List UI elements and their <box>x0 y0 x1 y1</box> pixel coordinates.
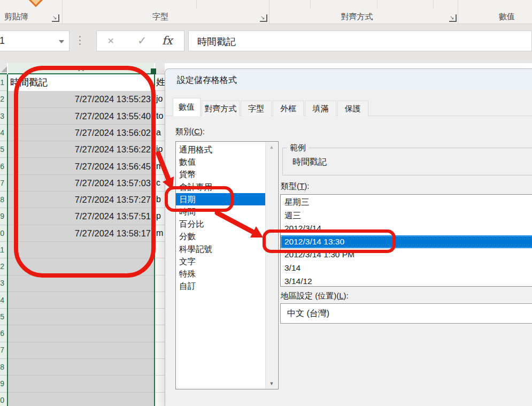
tab-fill[interactable]: 填滿 <box>305 101 336 116</box>
cancel-icon[interactable]: × <box>107 34 114 47</box>
type-item[interactable]: 3/14/12 <box>281 275 532 287</box>
category-item[interactable]: 自訂 <box>176 280 265 292</box>
type-item-selected[interactable]: 2012/3/14 13:30 <box>281 235 532 249</box>
locale-combobox[interactable]: 中文 (台灣) <box>280 303 532 324</box>
ribbon-separator <box>62 0 63 24</box>
cell-timestamp[interactable]: 7/27/2024 13:56:02 <box>8 125 154 141</box>
row-header[interactable]: 14 <box>0 292 6 309</box>
ribbon-group-clipboard-label: 剪貼簿 <box>4 12 28 22</box>
ribbon-button-separator <box>433 0 434 9</box>
category-item[interactable]: 通用格式 <box>176 143 265 156</box>
row-header[interactable]: 17 <box>0 342 6 358</box>
row-header[interactable]: 12 <box>0 258 6 275</box>
cell-timestamp[interactable]: 7/27/2024 13:57:51 <box>8 208 154 225</box>
dialog-title: 設定儲存格格式 <box>177 75 237 86</box>
alignment-dialog-launcher-icon[interactable]: ↘ <box>449 14 457 22</box>
tab-font[interactable]: 字型 <box>241 101 272 116</box>
row-header[interactable]: 15 <box>0 309 6 325</box>
category-label: 類別(C): <box>175 127 205 137</box>
type-item[interactable]: 2012/3/14 <box>281 222 532 235</box>
category-item[interactable]: 科學記號 <box>176 243 265 255</box>
tab-number[interactable]: 數值 <box>173 98 201 116</box>
row-header[interactable]: 20 <box>0 392 6 406</box>
cell-timestamp[interactable]: 7/27/2024 13:56:22 <box>8 141 154 158</box>
locale-value: 中文 (台灣) <box>287 308 329 319</box>
name-box[interactable]: A1 <box>0 30 70 51</box>
tab-border[interactable]: 外框 <box>273 101 304 116</box>
ribbon-button-separator <box>196 0 197 9</box>
cell-timestamp[interactable]: 7/27/2024 13:58:17 <box>8 225 154 242</box>
category-item[interactable]: 百分比 <box>176 218 265 230</box>
enter-icon[interactable]: ✓ <box>137 34 147 47</box>
selection-corner-handle <box>151 68 156 74</box>
type-item[interactable]: 3/14 <box>281 262 532 275</box>
row-header[interactable]: 8 <box>0 191 6 208</box>
formula-buttons-box: × ✓ fx <box>96 30 184 51</box>
scroll-down-icon[interactable]: ▼ <box>266 379 277 388</box>
row-header[interactable]: 3 <box>0 108 6 125</box>
column-header-a[interactable]: A <box>8 63 154 74</box>
cell-timestamp[interactable]: 7/27/2024 13:56:45 <box>8 158 154 175</box>
category-item[interactable]: 貨幣 <box>176 168 265 180</box>
row-header[interactable]: 18 <box>0 359 6 376</box>
category-item-date-selected[interactable]: 日期 <box>176 193 265 205</box>
type-item[interactable]: 週三 <box>281 209 532 223</box>
cell-timestamp[interactable]: 7/27/2024 13:57:27 <box>8 191 154 208</box>
name-box-dropdown-icon[interactable] <box>59 40 64 43</box>
category-item[interactable]: 文字 <box>176 255 265 267</box>
cell-a1-active[interactable]: 時間戳記 <box>8 74 154 91</box>
row-header[interactable]: 19 <box>0 376 6 392</box>
cell-timestamp[interactable]: 7/27/2024 13:57:03 <box>8 175 154 191</box>
category-item[interactable]: 特殊 <box>176 267 265 280</box>
select-all-icon <box>1 66 7 72</box>
row-header[interactable]: 11 <box>0 242 6 258</box>
formula-bar-input[interactable]: 時間戳記 <box>188 30 532 51</box>
example-label: 範例 <box>287 143 309 153</box>
row-header[interactable]: 7 <box>0 175 6 191</box>
cell-timestamp[interactable]: 7/27/2024 13:55:23 <box>8 91 154 108</box>
formula-bar-strip: A1 × ✓ fx 時間戳記 <box>0 24 532 63</box>
ribbon: 剪貼簿 字型 對齊方式 數值 ↘ ↘ ↘ <box>0 0 532 24</box>
row-header[interactable]: 13 <box>0 275 6 292</box>
row-header[interactable]: 5 <box>0 141 6 158</box>
select-all-corner[interactable] <box>0 63 7 74</box>
ribbon-separator <box>269 0 269 24</box>
type-item[interactable]: 星期三 <box>281 196 532 209</box>
column-a-selected-range: 時間戳記 7/27/2024 13:55:23 7/27/2024 13:55:… <box>8 74 154 406</box>
row-header[interactable]: 16 <box>0 325 6 342</box>
row-header[interactable]: 2 <box>0 91 6 108</box>
category-item[interactable]: 分數 <box>176 230 265 242</box>
column-header-b[interactable] <box>155 63 165 74</box>
ribbon-button-separator <box>377 0 377 9</box>
column-b-clipped: 姓 jo to a jo m c b p m <box>155 74 165 406</box>
ribbon-group-number-label: 數值 <box>499 12 515 22</box>
formula-bar-resize-handle[interactable] <box>79 36 81 45</box>
tab-alignment[interactable]: 對齊方式 <box>202 101 240 116</box>
dialog-titlebar[interactable]: 設定儲存格格式 <box>165 69 532 90</box>
tab-protection[interactable]: 保護 <box>337 101 368 116</box>
ribbon-button-separator <box>310 0 311 9</box>
formula-bar-value: 時間戳記 <box>197 35 236 48</box>
type-label: 類型(T): <box>281 181 309 191</box>
font-dialog-launcher-icon[interactable]: ↘ <box>260 14 267 22</box>
row-header[interactable]: 10 <box>0 225 6 242</box>
category-scrollbar[interactable]: ▲ ▼ <box>265 142 277 388</box>
clipboard-dialog-launcher-icon[interactable]: ↘ <box>52 14 59 22</box>
name-box-value: A1 <box>0 35 5 47</box>
scroll-up-icon[interactable]: ▲ <box>266 142 277 152</box>
example-value: 時間戳記 <box>292 157 327 168</box>
category-item[interactable]: 時間 <box>176 205 265 218</box>
row-header[interactable]: 1 <box>0 74 6 91</box>
row-header[interactable]: 6 <box>0 158 6 175</box>
format-cells-dialog: 設定儲存格格式 數值 對齊方式 字型 外框 填滿 保護 類別(C): 通用格式 … <box>165 68 532 406</box>
row-header[interactable]: 9 <box>0 208 6 225</box>
example-groupbox: 範例 時間戳記 <box>282 148 532 175</box>
category-item[interactable]: 數值 <box>176 156 265 168</box>
type-item[interactable]: 2012/3/14 1:30 PM <box>281 248 532 262</box>
category-item[interactable]: 會計專用 <box>176 181 265 193</box>
insert-function-icon[interactable]: fx <box>162 34 173 47</box>
row-header[interactable]: 4 <box>0 125 6 141</box>
format-painter-icon <box>28 0 43 7</box>
locale-label: 地區設定 (位置)(L): <box>281 291 349 301</box>
cell-timestamp[interactable]: 7/27/2024 13:55:40 <box>8 108 154 125</box>
